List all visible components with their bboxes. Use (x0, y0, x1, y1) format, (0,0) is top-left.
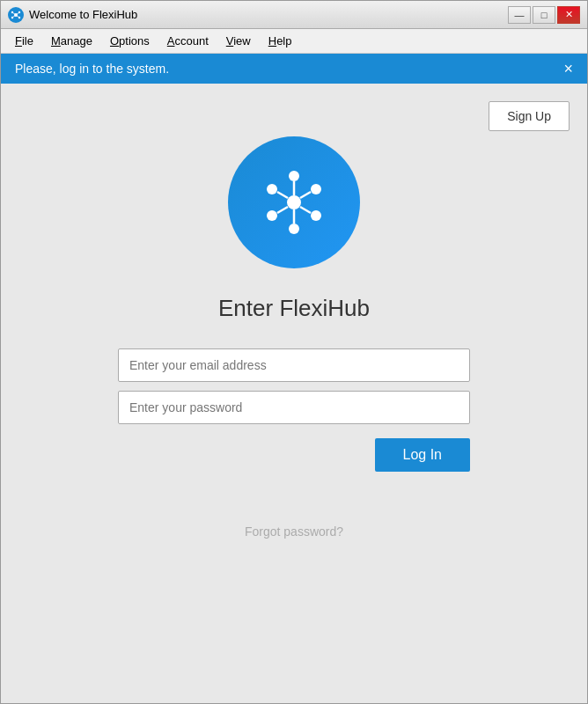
login-button[interactable]: Log In (375, 438, 470, 472)
app-logo (228, 136, 360, 268)
svg-point-9 (287, 195, 301, 209)
svg-line-18 (300, 207, 311, 213)
logo-container (228, 136, 360, 268)
menu-file[interactable]: File (8, 33, 40, 49)
maximize-button[interactable]: □ (533, 6, 555, 24)
login-form: Log In (118, 348, 470, 472)
title-bar: Welcome to FlexiHub — □ ✕ (1, 1, 587, 29)
notification-message: Please, log in to the system. (15, 62, 169, 76)
main-window: Welcome to FlexiHub — □ ✕ File Manage Op… (0, 0, 588, 704)
content-area: Sign Up (1, 84, 587, 703)
notification-bar: Please, log in to the system. × (1, 54, 587, 84)
svg-point-14 (267, 210, 277, 221)
app-icon (8, 7, 24, 23)
notification-close-button[interactable]: × (563, 61, 573, 77)
sign-up-button[interactable]: Sign Up (489, 101, 570, 131)
menu-help[interactable]: Help (261, 33, 299, 49)
svg-line-21 (277, 192, 288, 198)
svg-point-11 (311, 184, 321, 194)
menu-view[interactable]: View (219, 33, 258, 49)
svg-point-13 (289, 224, 299, 234)
svg-point-12 (311, 210, 321, 221)
svg-point-15 (267, 184, 277, 194)
app-title: Enter FlexiHub (218, 295, 370, 322)
menu-options[interactable]: Options (103, 33, 157, 49)
close-button[interactable]: ✕ (557, 6, 580, 24)
svg-point-10 (289, 171, 299, 181)
menu-account[interactable]: Account (160, 33, 216, 49)
window-controls: — □ ✕ (508, 6, 580, 24)
password-input[interactable] (118, 391, 470, 424)
window-title: Welcome to FlexiHub (29, 8, 508, 21)
email-input[interactable] (118, 348, 470, 382)
minimize-button[interactable]: — (508, 6, 531, 24)
forgot-password-link[interactable]: Forgot password? (245, 524, 343, 539)
svg-line-17 (300, 192, 311, 198)
svg-line-20 (277, 207, 288, 213)
menu-manage[interactable]: Manage (44, 33, 99, 49)
menu-bar: File Manage Options Account View Help (1, 29, 587, 54)
